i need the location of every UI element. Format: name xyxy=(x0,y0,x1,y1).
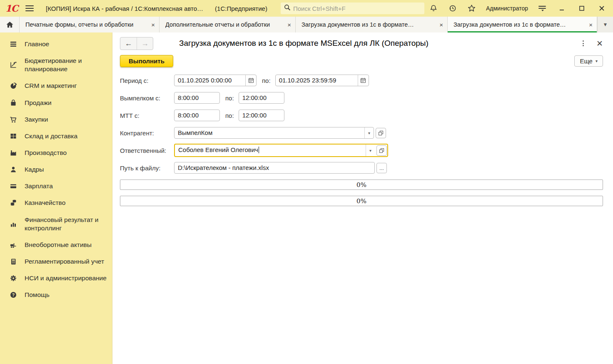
sidebar-item-noncurrent-assets[interactable]: Внеоборотные активы xyxy=(0,237,112,253)
sidebar-item-hr[interactable]: Кадры xyxy=(0,161,112,178)
mtt-from-label: МТТ с: xyxy=(120,112,174,119)
more-button[interactable]: Еще ▾ xyxy=(574,55,603,67)
warehouse-icon xyxy=(9,132,17,140)
mtt-to-input[interactable]: 12:00:00 xyxy=(239,110,284,121)
budgeting-icon xyxy=(9,61,17,69)
vympelkom-from-label: Вымпелком с: xyxy=(120,95,174,102)
open-list-icon[interactable] xyxy=(376,128,386,138)
global-search-input[interactable]: Поиск Ctrl+Shift+F xyxy=(281,2,424,14)
salary-card-icon xyxy=(9,182,17,190)
favorites-star-icon[interactable] xyxy=(467,3,477,13)
sidebar-item-crm[interactable]: CRM и маркетинг xyxy=(0,77,112,94)
execute-button[interactable]: Выполнить xyxy=(120,55,173,67)
counterparty-row: Контрагент: ВымпелКом ▾ xyxy=(120,127,603,139)
mtt-row: МТТ с: 8:00:00 по: 12:00:00 xyxy=(120,110,603,121)
tab-load-documents-1[interactable]: Загрузка документов из 1с в формате… × xyxy=(296,17,448,32)
minimize-button[interactable] xyxy=(556,3,567,13)
form-content-area: ← → Загрузка документов из 1с в формате … xyxy=(112,32,613,364)
search-placeholder: Поиск Ctrl+Shift+F xyxy=(293,5,346,12)
mtt-to-label: по: xyxy=(225,112,234,119)
chevron-down-icon[interactable]: ▾ xyxy=(366,145,375,156)
history-clock-icon[interactable] xyxy=(448,3,458,13)
regulated-calc-icon xyxy=(9,258,17,265)
sales-bag-icon xyxy=(9,99,17,107)
responsible-input[interactable]: Соболев Евгений Олегович ▾ xyxy=(175,145,375,156)
vympelkom-from-input[interactable]: 8:00:00 xyxy=(174,92,220,104)
sidebar-item-regulated-accounting[interactable]: Регламентированный учет xyxy=(0,253,112,270)
1c-logo: 1С xyxy=(4,3,19,14)
counterparty-input[interactable]: ВымпелКом ▾ xyxy=(174,127,374,139)
sidebar-item-help[interactable]: ? Помощь xyxy=(0,287,112,303)
window-titlebar: 1С [КОПИЯ] Искра КА - рабочая / 1С:Компл… xyxy=(0,0,613,17)
tab-bar: Печатные формы, отчеты и обработки × Доп… xyxy=(0,17,613,32)
production-icon xyxy=(9,149,17,157)
sidebar-item-production[interactable]: Производство xyxy=(0,145,112,161)
chevron-down-icon: ▾ xyxy=(596,59,598,63)
vympelkom-row: Вымпелком с: 8:00:00 по: 12:00:00 xyxy=(120,92,603,104)
purchases-cart-icon xyxy=(9,116,17,123)
browse-file-button[interactable]: ... xyxy=(376,163,387,173)
window-title: [КОПИЯ] Искра КА - рабочая / 1С:Комплекс… xyxy=(46,5,203,12)
home-icon xyxy=(6,21,14,28)
period-to-label: по: xyxy=(262,77,271,84)
back-arrow-button[interactable]: ← xyxy=(120,37,137,50)
tab-close-icon[interactable]: × xyxy=(287,21,291,28)
crm-pie-icon xyxy=(9,82,17,90)
vympelkom-to-input[interactable]: 12:00:00 xyxy=(239,92,284,104)
file-path-row: Путь к файлу: D:\Искрателеком - платежи.… xyxy=(120,162,603,174)
period-to-input[interactable]: 01.10.2025 23:59:59 xyxy=(275,75,369,86)
sidebar-item-main[interactable]: Главное xyxy=(0,36,112,52)
tab-close-icon[interactable]: × xyxy=(589,21,593,28)
sections-sidebar: Главное Бюджетирование и планирование CR… xyxy=(0,32,112,364)
period-from-input[interactable]: 01.10.2025 0:00:00 xyxy=(174,75,257,86)
sidebar-item-purchases[interactable]: Закупки xyxy=(0,111,112,128)
file-path-label: Путь к файлу: xyxy=(120,165,174,172)
text-cursor xyxy=(259,147,259,153)
tab-close-icon[interactable]: × xyxy=(439,21,443,28)
main-menu-hamburger-icon[interactable] xyxy=(23,5,36,12)
main-menu-icon xyxy=(9,40,17,48)
responsible-focused-control: Соболев Евгений Олегович ▾ xyxy=(174,144,388,157)
forward-arrow-button[interactable]: → xyxy=(137,37,153,50)
current-user-label[interactable]: Администратор xyxy=(486,5,528,12)
tab-additional-reports[interactable]: Дополнительные отчеты и обработки × xyxy=(159,17,296,32)
chevron-down-icon[interactable]: ▾ xyxy=(364,127,374,138)
responsible-row: Ответственный: Соболев Евгений Олегович … xyxy=(120,145,603,156)
hr-person-icon xyxy=(9,166,17,173)
calendar-icon[interactable] xyxy=(245,75,256,86)
vympelkom-to-label: по: xyxy=(225,95,234,102)
service-menu-icon[interactable] xyxy=(537,3,547,13)
notifications-bell-icon[interactable] xyxy=(429,3,439,13)
progress-bar-1: 0% xyxy=(120,180,603,190)
close-form-icon[interactable]: ✕ xyxy=(596,40,603,47)
more-actions-kebab-icon[interactable] xyxy=(581,39,586,48)
sidebar-item-budgeting[interactable]: Бюджетирование и планирование xyxy=(0,52,112,77)
tab-list-dropdown-icon[interactable]: ▼ xyxy=(597,17,613,32)
progress-bar-2: 0% xyxy=(120,196,603,206)
file-path-input[interactable]: D:\Искрателеком - платежи.xlsx xyxy=(174,162,375,174)
help-icon: ? xyxy=(9,291,17,299)
tab-home[interactable] xyxy=(0,17,20,32)
tab-load-documents-2-active[interactable]: Загрузка документов из 1с в формате… × xyxy=(448,17,597,32)
treasury-coins-icon xyxy=(9,199,17,207)
search-icon xyxy=(284,4,291,12)
mtt-from-input[interactable]: 8:00:00 xyxy=(174,110,220,121)
sidebar-item-finance[interactable]: Финансовый результат и контроллинг xyxy=(0,212,112,237)
calendar-icon[interactable] xyxy=(358,75,369,86)
finance-chart-icon xyxy=(9,220,17,228)
close-window-button[interactable] xyxy=(596,3,607,13)
sidebar-item-nsi-administration[interactable]: НСИ и администрирование xyxy=(0,270,112,287)
sidebar-item-treasury[interactable]: Казначейство xyxy=(0,194,112,211)
sidebar-item-sales[interactable]: Продажи xyxy=(0,95,112,111)
maximize-button[interactable] xyxy=(576,3,587,13)
sidebar-item-warehouse[interactable]: Склад и доставка xyxy=(0,128,112,145)
svg-text:?: ? xyxy=(12,292,15,297)
open-list-icon[interactable] xyxy=(376,145,387,156)
tab-print-forms[interactable]: Печатные формы, отчеты и обработки × xyxy=(20,17,159,32)
gear-icon xyxy=(9,274,17,282)
sidebar-item-salary[interactable]: Зарплата xyxy=(0,178,112,194)
counterparty-label: Контрагент: xyxy=(120,130,174,137)
period-from-label: Период с: xyxy=(120,77,174,84)
history-nav-group: ← → xyxy=(120,37,153,50)
tab-close-icon[interactable]: × xyxy=(151,21,155,28)
